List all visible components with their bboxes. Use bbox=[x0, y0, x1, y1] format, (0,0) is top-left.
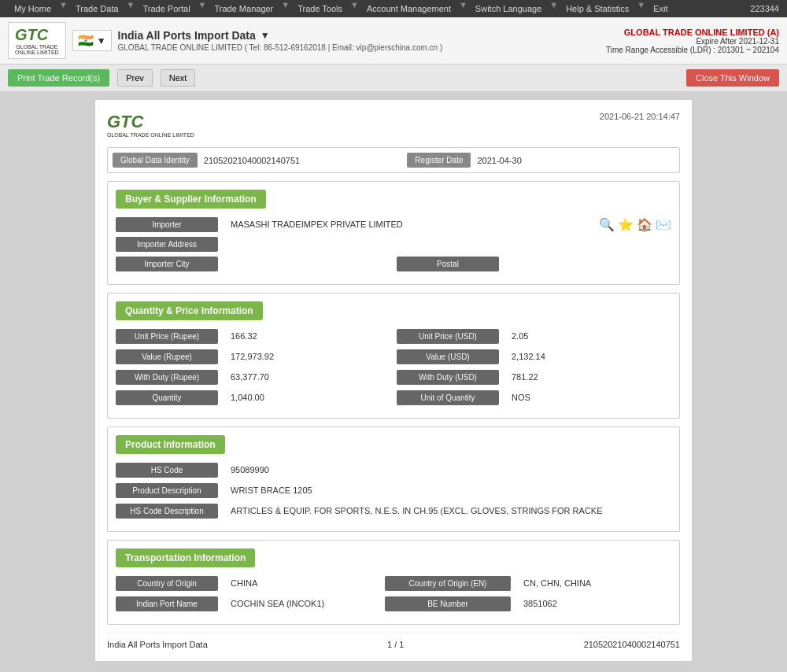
unit-price-rupee-value: 166.32 bbox=[224, 328, 390, 344]
main-content: GTC GLOBAL TRADE ONLINE LIMITED 2021-06-… bbox=[0, 91, 787, 670]
be-number-label: BE Number bbox=[385, 596, 511, 611]
indian-port-label: Indian Port Name bbox=[116, 596, 218, 611]
star-icon[interactable]: ⭐ bbox=[618, 217, 634, 232]
page-subtitle: GLOBAL TRADE ONLINE LIMITED ( Tel: 86-51… bbox=[118, 43, 443, 52]
value-usd-value: 2,132.14 bbox=[505, 349, 671, 364]
nav-tradetools[interactable]: Trade Tools bbox=[291, 0, 349, 17]
nav-tradeportal[interactable]: Trade Portal bbox=[136, 0, 196, 17]
print-button-top[interactable]: Print Trade Record(s) bbox=[8, 69, 109, 87]
quantity-label: Quantity bbox=[116, 390, 218, 405]
next-button-top[interactable]: Next bbox=[161, 69, 196, 87]
unit-price-rupee-label: Unit Price (Rupee) bbox=[116, 329, 218, 344]
importer-address-value bbox=[224, 242, 671, 248]
importer-address-label: Importer Address bbox=[116, 237, 218, 252]
prev-button-top[interactable]: Prev bbox=[117, 69, 153, 87]
nav-switchlang[interactable]: Switch Language bbox=[469, 0, 548, 17]
with-duty-usd-value: 781.22 bbox=[505, 369, 671, 385]
postal-value bbox=[505, 261, 671, 268]
unit-of-quantity-label: Unit of Quantity bbox=[397, 390, 499, 405]
flag-selector[interactable]: 🇮🇳 ▼ bbox=[72, 30, 112, 51]
account-name: GLOBAL TRADE ONLINE LIMITED (A) bbox=[606, 28, 779, 37]
card-header: GTC GLOBAL TRADE ONLINE LIMITED 2021-06-… bbox=[107, 112, 680, 138]
email-icon[interactable]: ✉️ bbox=[656, 217, 671, 232]
product-section: Product Information HS Code 95089990 Pro… bbox=[107, 426, 680, 532]
card-footer-right: 21052021040002140751 bbox=[584, 640, 680, 649]
postal-label: Postal bbox=[397, 257, 499, 271]
value-rupee-value: 172,973.92 bbox=[224, 349, 390, 364]
country-origin-en-value: CN, CHN, CHINA bbox=[517, 575, 671, 591]
page-title-arrow: ▼ bbox=[260, 30, 270, 41]
value-usd-label: Value (USD) bbox=[397, 349, 499, 364]
transportation-section: Transportation Information Country of Or… bbox=[107, 540, 680, 625]
indian-port-value: COCHIN SEA (INCOK1) bbox=[224, 596, 379, 611]
record-card: GTC GLOBAL TRADE ONLINE LIMITED 2021-06-… bbox=[94, 99, 693, 662]
flag-dropdown-arrow: ▼ bbox=[97, 35, 106, 46]
importer-city-row: Importer City Postal bbox=[116, 257, 671, 271]
page-title: India All Ports Import Data bbox=[118, 29, 256, 42]
header-bar: GTC GLOBAL TRADEONLINE LIMITED 🇮🇳 ▼ Indi… bbox=[0, 17, 787, 65]
country-origin-value: CHINA bbox=[224, 575, 379, 591]
card-logo-text: GTC bbox=[107, 112, 143, 132]
product-desc-value: WRIST BRACE 1205 bbox=[224, 482, 671, 498]
buyer-supplier-section: Buyer & Supplier Information Importer MA… bbox=[107, 181, 680, 285]
unit-of-quantity-value: NOS bbox=[505, 390, 671, 405]
product-desc-label: Product Description bbox=[116, 483, 218, 498]
account-expire: Expire After 2021-12-31 bbox=[606, 37, 779, 46]
be-number-value: 3851062 bbox=[517, 596, 671, 611]
with-duty-row: With Duty (Rupee) 63,377.70 With Duty (U… bbox=[116, 369, 671, 385]
nav-exit[interactable]: Exit bbox=[647, 0, 674, 17]
card-datetime: 2021-06-21 20:14:47 bbox=[600, 112, 680, 121]
register-date-label: Register Date bbox=[407, 153, 471, 168]
page-title-area: India All Ports Import Data ▼ GLOBAL TRA… bbox=[118, 29, 443, 52]
register-date-value: 2021-04-30 bbox=[477, 156, 674, 165]
importer-row: Importer MASASHI TRADEIMPEX PRIVATE LIMI… bbox=[116, 216, 671, 232]
logo-area: GTC GLOBAL TRADEONLINE LIMITED 🇮🇳 ▼ Indi… bbox=[8, 22, 442, 59]
country-origin-row: Country of Origin CHINA Country of Origi… bbox=[116, 575, 671, 591]
nav-accountmgmt[interactable]: Account Management bbox=[360, 0, 457, 17]
card-footer-left: India All Ports Import Data bbox=[107, 640, 208, 649]
buyer-supplier-header: Buyer & Supplier Information bbox=[116, 190, 266, 209]
nav-helpstats[interactable]: Help & Statistics bbox=[560, 0, 635, 17]
nav-myhome[interactable]: My Home bbox=[8, 0, 57, 17]
nav-trademanager[interactable]: Trade Manager bbox=[208, 0, 279, 17]
transportation-header: Transportation Information bbox=[116, 548, 255, 567]
hs-code-value: 95089990 bbox=[224, 462, 671, 478]
indian-port-row: Indian Port Name COCHIN SEA (INCOK1) BE … bbox=[116, 596, 671, 611]
hs-code-label: HS Code bbox=[116, 463, 218, 478]
with-duty-rupee-label: With Duty (Rupee) bbox=[116, 370, 218, 385]
global-data-identity-value: 21052021040002140751 bbox=[204, 156, 401, 165]
hs-code-desc-label: HS Code Description bbox=[116, 504, 218, 519]
value-row: Value (Rupee) 172,973.92 Value (USD) 2,1… bbox=[116, 349, 671, 364]
with-duty-rupee-value: 63,377.70 bbox=[224, 369, 390, 385]
top-toolbar: Print Trade Record(s) Prev Next Close Th… bbox=[0, 65, 787, 91]
importer-value: MASASHI TRADEIMPEX PRIVATE LIMITED bbox=[224, 216, 593, 232]
hs-code-desc-value: ARTICLES & EQUIP. FOR SPORTS, N.E.S. IN … bbox=[224, 503, 671, 519]
country-origin-label: Country of Origin bbox=[116, 576, 218, 591]
top-navigation: My Home ▼ Trade Data ▼ Trade Portal ▼ Tr… bbox=[0, 0, 787, 17]
value-rupee-label: Value (Rupee) bbox=[116, 349, 218, 364]
global-data-identity-label: Global Data Identity bbox=[113, 153, 198, 168]
account-id: 223344 bbox=[750, 4, 779, 13]
quantity-row: Quantity 1,040.00 Unit of Quantity NOS bbox=[116, 390, 671, 405]
unit-price-row: Unit Price (Rupee) 166.32 Unit Price (US… bbox=[116, 328, 671, 344]
quantity-value: 1,040.00 bbox=[224, 390, 390, 405]
india-flag-icon: 🇮🇳 bbox=[78, 33, 94, 48]
with-duty-usd-label: With Duty (USD) bbox=[397, 370, 499, 385]
unit-price-usd-value: 2.05 bbox=[505, 328, 671, 344]
logo-sub: GLOBAL TRADEONLINE LIMITED bbox=[15, 44, 59, 55]
home-icon[interactable]: 🏠 bbox=[637, 217, 652, 232]
card-footer: India All Ports Import Data 1 / 1 210520… bbox=[107, 633, 680, 649]
close-button-top[interactable]: Close This Window bbox=[686, 69, 779, 87]
card-logo-sub: GLOBAL TRADE ONLINE LIMITED bbox=[107, 132, 194, 138]
country-origin-en-label: Country of Origin (EN) bbox=[385, 576, 511, 591]
importer-city-label: Importer City bbox=[116, 257, 218, 271]
search-icon[interactable]: 🔍 bbox=[599, 217, 615, 232]
quantity-price-section: Quantity & Price Information Unit Price … bbox=[107, 293, 680, 419]
unit-price-usd-label: Unit Price (USD) bbox=[397, 329, 499, 344]
product-desc-row: Product Description WRIST BRACE 1205 bbox=[116, 482, 671, 498]
importer-label: Importer bbox=[116, 217, 218, 232]
nav-tradedata[interactable]: Trade Data bbox=[69, 0, 125, 17]
logo-box: GTC GLOBAL TRADEONLINE LIMITED bbox=[8, 22, 66, 59]
card-footer-center: 1 / 1 bbox=[387, 640, 404, 649]
quantity-price-header: Quantity & Price Information bbox=[116, 301, 263, 320]
